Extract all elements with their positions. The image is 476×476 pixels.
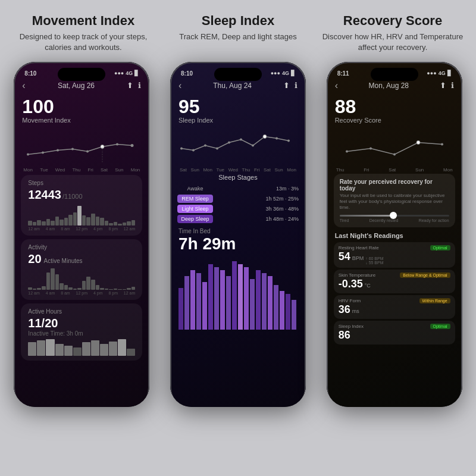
rhr-row: Resting Heart Rate Optimal 54 BPM ↑ 60 B… (334, 242, 455, 268)
sleep-bars-chart (177, 258, 299, 336)
time-labels-activity: 12 am 4 am 8 am 12 pm 4 pm 8 pm 12 am (28, 291, 135, 295)
bar (91, 280, 95, 289)
time-labels-steps: 12 am 4 am 8 am 12 pm 4 pm 8 pm 12 am (28, 227, 135, 231)
signal-icon-3: ●●● (427, 70, 436, 76)
share-icon[interactable]: ⬆ (127, 81, 133, 90)
bar (109, 342, 117, 356)
svg-point-9 (263, 134, 267, 138)
sleep-idx-value: 86 (339, 329, 450, 342)
stages-title: Sleep Stages (177, 174, 299, 181)
activity-value: 20 (28, 252, 41, 266)
metric-number-2: 95 (178, 97, 298, 116)
svg-rect-33 (262, 273, 267, 330)
steps-goal: /11000 (62, 193, 83, 200)
bar (131, 220, 136, 226)
svg-point-10 (180, 147, 183, 149)
share-icon-3[interactable]: ⬆ (440, 81, 446, 90)
recovery-slider[interactable] (340, 215, 449, 217)
info-icon[interactable]: ℹ (138, 81, 141, 90)
phone-movement: 8:10 ●●● 4G ▊ ‹ Sat, Aug 26 ⬆ ℹ (14, 62, 149, 407)
bar (96, 217, 100, 226)
slider-labels: Tired Decently rested Ready for action (340, 218, 449, 223)
svg-point-42 (393, 153, 396, 155)
bar (118, 224, 122, 226)
bar (109, 289, 113, 290)
svg-rect-29 (238, 264, 243, 330)
recovery-line-chart (335, 126, 454, 165)
bar (51, 268, 55, 290)
bar (73, 347, 82, 356)
svg-point-40 (346, 150, 348, 152)
skin-badge: Below Range & Optimal (400, 273, 450, 278)
battery-icon-3: ▊ (447, 70, 452, 76)
info-icon-3[interactable]: ℹ (451, 81, 454, 90)
bar (100, 288, 104, 290)
deep-badge: Deep Sleep (177, 215, 213, 223)
status-icons-1: ●●● 4G ▊ (114, 70, 139, 76)
deep-time: 1h 48m · 24% (265, 216, 299, 222)
bar (55, 344, 64, 356)
time-1: 8:10 (24, 70, 36, 77)
bar (118, 339, 126, 356)
sleep-line-chart (178, 126, 298, 165)
info-icon-2[interactable]: ℹ (295, 81, 298, 90)
slider-left: Tired (340, 218, 349, 223)
page: Movement Index Designed to keep track of… (0, 0, 476, 476)
stage-deep: Deep Sleep 1h 48m · 24% (177, 215, 299, 223)
battery-icon-2: ▊ (291, 70, 295, 76)
bar (51, 221, 55, 226)
bar (64, 285, 68, 289)
svg-point-6 (86, 150, 89, 152)
back-button-1[interactable]: ‹ (22, 80, 25, 91)
bar (33, 222, 37, 225)
back-button-2[interactable]: ‹ (178, 80, 181, 91)
rate-title: Rate your perceived recovery for today (340, 178, 449, 192)
activity-sub: Active Minutes (44, 258, 83, 264)
bar (42, 221, 46, 225)
bar (64, 346, 73, 356)
phone2-screen: 8:10 ●●● 4G ▊ ‹ Thu, Aug 24 ⬆ ℹ (170, 62, 306, 407)
bar (60, 283, 64, 290)
svg-rect-25 (214, 267, 219, 330)
movement-subtitle: Designed to keep track of your steps, ca… (12, 32, 155, 53)
status-icons-3: ●●● 4G ▊ (427, 70, 451, 76)
svg-point-13 (216, 147, 218, 149)
slider-fill (340, 215, 394, 217)
hrv-unit: ms (352, 308, 359, 314)
bar (28, 287, 32, 290)
wifi-icon: 4G (126, 70, 133, 76)
hrv-badge: Within Range (419, 298, 450, 303)
bar (123, 223, 127, 225)
skin-value: -0.35 (339, 278, 363, 290)
readings-title: Last Night's Readings (327, 230, 462, 240)
svg-point-14 (228, 141, 230, 143)
phone-nav-1: ‹ Sat, Aug 26 ⬆ ℹ (14, 79, 149, 93)
bar (123, 289, 127, 290)
activity-label: Activity (28, 244, 135, 250)
bar (82, 342, 90, 355)
svg-point-43 (441, 143, 443, 145)
bar (64, 218, 68, 226)
back-button-3[interactable]: ‹ (335, 80, 338, 91)
signal-icon: ●●● (114, 70, 124, 76)
bar (131, 287, 136, 289)
sleep-chart-line: Sat Sun Mon Tue Wed Thu Fri Sat Sun Mon (170, 124, 306, 171)
rem-badge: REM Sleep (177, 195, 213, 203)
bar (96, 285, 100, 289)
bar (28, 221, 32, 225)
hrv-label: HRV Form Within Range (339, 298, 450, 303)
bar (68, 215, 73, 226)
tib-value: 7h 29m (178, 234, 298, 253)
battery-icon: ▊ (134, 70, 139, 76)
svg-point-2 (27, 153, 29, 155)
bar (100, 344, 108, 356)
sleep-idx-row: Sleep Index Optimal 86 (334, 321, 455, 345)
sleep-visualization: 12:30 2 am 4 am 6 am 07:59 (177, 258, 299, 336)
svg-point-15 (240, 138, 242, 140)
nav-date-1: Sat, Aug 26 (58, 82, 95, 90)
steps-block: Steps 12443 /11000 (21, 175, 142, 236)
signal-icon-2: ●●● (271, 70, 280, 76)
share-icon-2[interactable]: ⬆ (283, 81, 290, 90)
nav-date-3: Mon, Aug 28 (369, 82, 409, 90)
steps-label: Steps (28, 180, 135, 186)
